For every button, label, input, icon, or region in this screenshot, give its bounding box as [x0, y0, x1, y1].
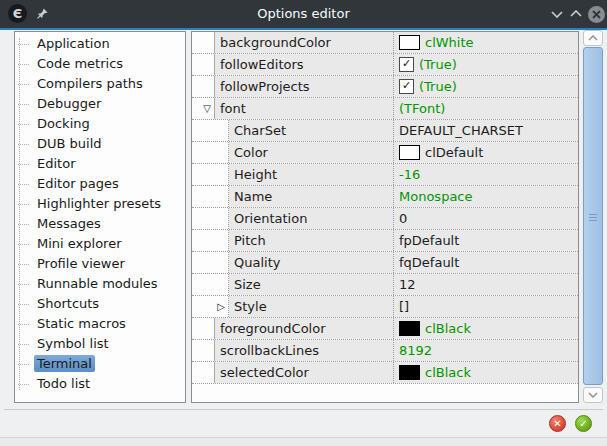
property-value[interactable]: 12 [394, 274, 578, 295]
sidebar-item-label: Docking [34, 115, 93, 132]
property-value[interactable]: clBlack [394, 318, 578, 339]
scrollbar-thumb[interactable] [583, 47, 603, 385]
scroll-up-button[interactable] [583, 30, 603, 46]
property-value[interactable]: fqDefault [394, 252, 578, 273]
sidebar-item-symbol-list[interactable]: Symbol list [15, 334, 185, 354]
property-row-font[interactable]: ▽font(TFont) [192, 98, 578, 120]
sidebar-item-label: Code metrics [34, 55, 126, 72]
property-row-Size[interactable]: Size12 [192, 274, 578, 296]
sidebar-item-mini-explorer[interactable]: Mini explorer [15, 234, 185, 254]
sidebar-item-application[interactable]: Application [15, 34, 185, 54]
property-name[interactable]: Color [229, 142, 394, 163]
property-name[interactable]: foregroundColor [215, 318, 394, 339]
sidebar-item-todo-list[interactable]: Todo list [15, 374, 185, 394]
sidebar-item-docking[interactable]: Docking [15, 114, 185, 134]
color-swatch[interactable] [399, 35, 420, 50]
property-value[interactable]: clDefault [394, 142, 578, 163]
sidebar-item-editor-pages[interactable]: Editor pages [15, 174, 185, 194]
collapse-arrow-icon[interactable]: ▽ [203, 104, 211, 114]
property-value[interactable]: 8192 [394, 340, 578, 361]
property-name[interactable]: Height [229, 164, 394, 185]
minimize-button[interactable] [550, 7, 564, 21]
property-value[interactable]: DEFAULT_CHARSET [394, 120, 578, 141]
sidebar-item-code-metrics[interactable]: Code metrics [15, 54, 185, 74]
property-name[interactable]: Pitch [229, 230, 394, 251]
property-value[interactable]: 0 [394, 208, 578, 229]
color-swatch[interactable] [399, 145, 420, 160]
sidebar-item-static-macros[interactable]: Static macros [15, 314, 185, 334]
property-row-Style[interactable]: ▷Style[] [192, 296, 578, 318]
property-row-scrollbackLines[interactable]: scrollbackLines8192 [192, 340, 578, 362]
property-row-foregroundColor[interactable]: foregroundColorclBlack [192, 318, 578, 340]
grid-scrollbar[interactable] [583, 30, 603, 403]
color-swatch[interactable] [399, 365, 420, 380]
sidebar-item-runnable-modules[interactable]: Runnable modules [15, 274, 185, 294]
category-tree[interactable]: ApplicationCode metricsCompilers pathsDe… [14, 31, 186, 403]
property-name[interactable]: Name [229, 186, 394, 207]
value-text: fpDefault [399, 233, 459, 248]
property-name[interactable]: font [215, 98, 394, 119]
sidebar-item-editor[interactable]: Editor [15, 154, 185, 174]
property-row-Name[interactable]: NameMonospace [192, 186, 578, 208]
sidebar-item-label: Mini explorer [34, 235, 125, 252]
row-gutter [192, 120, 229, 141]
value-text: DEFAULT_CHARSET [399, 123, 523, 138]
sidebar-item-label: Terminal [34, 355, 95, 372]
property-value[interactable]: [] [394, 296, 578, 317]
property-grid[interactable]: backgroundColorclWhitefollowEditors✓(Tru… [191, 31, 579, 403]
property-row-Pitch[interactable]: PitchfpDefault [192, 230, 578, 252]
property-row-CharSet[interactable]: CharSetDEFAULT_CHARSET [192, 120, 578, 142]
color-swatch[interactable] [399, 321, 420, 336]
sidebar-item-highlighter-presets[interactable]: Highlighter presets [15, 194, 185, 214]
property-name[interactable]: selectedColor [215, 362, 394, 383]
sidebar-item-debugger[interactable]: Debugger [15, 94, 185, 114]
checkbox-checked[interactable]: ✓ [399, 79, 414, 94]
property-name[interactable]: Size [229, 274, 394, 295]
chevron-up-icon [588, 35, 598, 41]
property-row-Height[interactable]: Height-16 [192, 164, 578, 186]
property-value[interactable]: clBlack [394, 362, 578, 383]
property-row-Color[interactable]: ColorclDefault [192, 142, 578, 164]
property-row-selectedColor[interactable]: selectedColorclBlack [192, 362, 578, 384]
sidebar-item-shortcuts[interactable]: Shortcuts [15, 294, 185, 314]
cancel-button[interactable]: ✕ [549, 415, 566, 432]
sidebar-item-profile-viewer[interactable]: Profile viewer [15, 254, 185, 274]
property-value[interactable]: -16 [394, 164, 578, 185]
close-button[interactable] [588, 6, 605, 23]
property-value[interactable]: (TFont) [394, 98, 578, 119]
property-value[interactable]: Monospace [394, 186, 578, 207]
row-gutter [192, 252, 229, 273]
property-name[interactable]: Quality [229, 252, 394, 273]
property-name[interactable]: CharSet [229, 120, 394, 141]
property-name[interactable]: Orientation [229, 208, 394, 229]
property-row-followEditors[interactable]: followEditors✓(True) [192, 54, 578, 76]
maximize-button[interactable] [569, 7, 583, 21]
property-value[interactable]: ✓(True) [394, 54, 578, 75]
titlebar[interactable]: Є Options editor [0, 0, 607, 30]
checkbox-checked[interactable]: ✓ [399, 57, 414, 72]
property-name[interactable]: followProjects [215, 76, 394, 97]
sidebar-item-compilers-paths[interactable]: Compilers paths [15, 74, 185, 94]
accept-button[interactable]: ✓ [575, 415, 592, 432]
property-row-Quality[interactable]: QualityfqDefault [192, 252, 578, 274]
property-name[interactable]: backgroundColor [215, 32, 394, 53]
property-row-followProjects[interactable]: followProjects✓(True) [192, 76, 578, 98]
row-gutter [192, 76, 215, 97]
sidebar-item-dub-build[interactable]: DUB build [15, 134, 185, 154]
value-text: 12 [399, 277, 416, 292]
property-row-Orientation[interactable]: Orientation0 [192, 208, 578, 230]
property-name[interactable]: Style [229, 296, 394, 317]
sidebar-item-label: Todo list [34, 375, 93, 392]
expand-arrow-icon[interactable]: ▷ [217, 302, 225, 312]
property-value[interactable]: clWhite [394, 32, 578, 53]
sidebar-item-terminal[interactable]: Terminal [15, 354, 185, 374]
value-text: fqDefault [399, 255, 459, 270]
sidebar-item-label: Profile viewer [34, 255, 128, 272]
property-name[interactable]: followEditors [215, 54, 394, 75]
property-value[interactable]: ✓(True) [394, 76, 578, 97]
scroll-down-button[interactable] [583, 387, 603, 403]
property-name[interactable]: scrollbackLines [215, 340, 394, 361]
sidebar-item-messages[interactable]: Messages [15, 214, 185, 234]
property-value[interactable]: fpDefault [394, 230, 578, 251]
property-row-backgroundColor[interactable]: backgroundColorclWhite [192, 32, 578, 54]
